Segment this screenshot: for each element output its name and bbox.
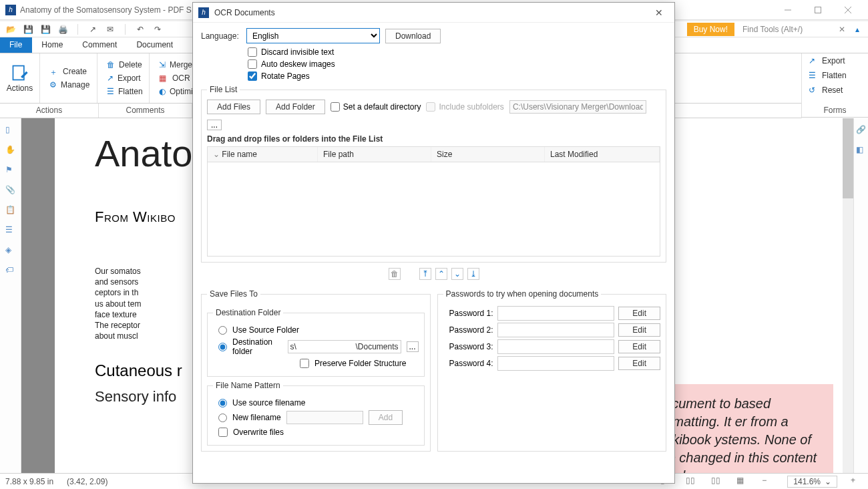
- ribbon-group-actions[interactable]: Actions: [0, 53, 40, 103]
- col-name-header[interactable]: File name: [222, 150, 257, 159]
- mail-icon[interactable]: ✉: [105, 24, 116, 35]
- tab-file[interactable]: File: [0, 37, 32, 53]
- dialog-close-button[interactable]: ✕: [649, 7, 669, 18]
- flag-icon[interactable]: ⚑: [5, 165, 16, 176]
- auto-deskew-checkbox[interactable]: [248, 59, 257, 69]
- zoom-level[interactable]: 141.6%⌄: [787, 476, 837, 488]
- find-tools-input[interactable]: Find Tools (Alt+/): [738, 23, 832, 35]
- find-tools-close-icon[interactable]: ✕: [836, 25, 848, 34]
- window-title: Anatomy of the Somatosensory System - PD…: [20, 5, 192, 15]
- pwd3-input[interactable]: [497, 339, 615, 354]
- ribbon-actions-label: Actions: [7, 84, 33, 93]
- sort-icon[interactable]: ⌄: [213, 150, 222, 159]
- view-facing-icon[interactable]: ▯▯: [711, 476, 723, 488]
- pwd1-edit-button[interactable]: Edit: [618, 307, 660, 320]
- tab-comment[interactable]: Comment: [73, 37, 127, 53]
- new-filename-label: New filename: [232, 413, 281, 422]
- browse-button[interactable]: ...: [207, 120, 222, 130]
- dest-folder-radio[interactable]: [218, 343, 227, 351]
- ribbon-export2-button[interactable]: ↗Export: [802, 53, 868, 68]
- move-up-button[interactable]: ⌃: [435, 268, 447, 280]
- delete-row-button[interactable]: 🗑: [389, 268, 401, 280]
- zoom-in-icon[interactable]: +: [851, 476, 863, 488]
- download-button[interactable]: Download: [385, 29, 441, 43]
- dest-browse-button[interactable]: ...: [407, 341, 419, 352]
- view-multi-icon[interactable]: ▦: [736, 476, 748, 488]
- ribbon-create-label: Create: [63, 67, 87, 76]
- send-icon[interactable]: ↗: [87, 24, 98, 35]
- pwd1-input[interactable]: [497, 306, 615, 321]
- tab-home[interactable]: Home: [32, 37, 73, 53]
- add-filename-button: Add: [369, 410, 403, 425]
- pwd4-edit-button[interactable]: Edit: [618, 357, 660, 370]
- add-folder-button[interactable]: Add Folder: [266, 100, 325, 114]
- save-icon[interactable]: 💾: [23, 24, 33, 35]
- maximize-button[interactable]: [803, 1, 833, 19]
- ribbon-ocr-button[interactable]: ▦OCR: [154, 72, 197, 84]
- move-top-button[interactable]: ⤒: [419, 268, 431, 280]
- pwd2-input[interactable]: [497, 323, 615, 337]
- col-size-header[interactable]: Size: [431, 147, 545, 162]
- ribbon-flatten-button[interactable]: ☰Flatten: [101, 86, 145, 98]
- pwd2-edit-button[interactable]: Edit: [618, 323, 660, 337]
- vertical-scrollbar[interactable]: [843, 118, 853, 473]
- buy-now-button[interactable]: Buy Now!: [687, 23, 734, 36]
- dialog-title: OCR Documents: [214, 8, 275, 17]
- ribbon-create-button[interactable]: ＋Create: [44, 65, 93, 77]
- new-filename-radio[interactable]: [218, 414, 227, 422]
- preserve-structure-checkbox[interactable]: [300, 359, 309, 368]
- pwd3-edit-button[interactable]: Edit: [618, 340, 660, 353]
- use-source-filename-radio[interactable]: [218, 399, 227, 408]
- discard-invisible-checkbox[interactable]: [248, 47, 257, 57]
- expand-icon[interactable]: ▴: [852, 24, 863, 35]
- page-icon[interactable]: ▯: [5, 125, 16, 136]
- file-list-table[interactable]: ⌄ File name File path Size Last Modified: [207, 146, 660, 257]
- gear-icon: ⚙: [49, 80, 57, 90]
- cube-icon[interactable]: ◧: [856, 145, 867, 156]
- tag-icon[interactable]: 🏷: [5, 265, 16, 276]
- col-path-header[interactable]: File path: [318, 147, 431, 162]
- language-select[interactable]: English: [246, 28, 380, 43]
- scrollbar-thumb[interactable]: [843, 118, 853, 198]
- ribbon-reset-button[interactable]: ↺Reset: [802, 83, 868, 98]
- rotate-pages-checkbox[interactable]: [248, 71, 257, 81]
- layers-icon[interactable]: ◈: [5, 245, 16, 256]
- destination-folder-fieldset: Destination Folder Use Source Folder Des…: [207, 308, 425, 377]
- saveall-icon[interactable]: 💾: [40, 24, 51, 35]
- rotate-pages-label: Rotate Pages: [261, 71, 310, 81]
- set-default-dir-checkbox[interactable]: [331, 102, 340, 112]
- redo-icon[interactable]: ↷: [152, 24, 163, 35]
- pwd1-label: Password 1:: [443, 309, 493, 318]
- undo-icon[interactable]: ↶: [135, 24, 146, 35]
- ribbon-delete-button[interactable]: 🗑Delete: [101, 59, 145, 71]
- attachment-icon[interactable]: 📎: [5, 185, 16, 196]
- ribbon-export-button[interactable]: ↗Export: [101, 72, 145, 84]
- pwd3-label: Password 3:: [443, 342, 493, 351]
- use-source-folder-radio[interactable]: [218, 326, 227, 335]
- ribbon-manage-button[interactable]: ⚙Manage: [44, 79, 93, 91]
- ribbon-label-comments: Comments: [99, 104, 192, 118]
- overwrite-checkbox[interactable]: [218, 428, 228, 437]
- hand-icon[interactable]: ✋: [5, 145, 16, 156]
- ribbon-merge-button[interactable]: ⇲Merge: [154, 59, 197, 71]
- clipboard-icon[interactable]: 📋: [5, 205, 16, 216]
- ribbon-flatten2-button[interactable]: ☰Flatten: [802, 68, 868, 83]
- print-icon[interactable]: 🖨️: [57, 24, 68, 35]
- close-button[interactable]: [833, 1, 863, 19]
- move-down-button[interactable]: ⌄: [451, 268, 463, 280]
- tab-document[interactable]: Document: [127, 37, 183, 53]
- add-files-button[interactable]: Add Files: [207, 100, 260, 114]
- overwrite-label: Overwrite files: [233, 428, 284, 437]
- minimize-button[interactable]: [773, 1, 803, 19]
- link-icon[interactable]: 🔗: [856, 125, 867, 136]
- trash-icon: 🗑: [107, 60, 115, 69]
- ribbon-optimize-button[interactable]: ◐Optimi: [154, 86, 197, 98]
- col-modified-header[interactable]: Last Modified: [545, 147, 660, 162]
- zoom-out-icon[interactable]: −: [762, 476, 774, 488]
- view-continuous-icon[interactable]: ▯▯: [686, 476, 698, 488]
- form-icon[interactable]: ☰: [5, 225, 16, 236]
- pwd4-input[interactable]: [497, 356, 615, 371]
- ribbon-optimize-label: Optimi: [170, 87, 193, 96]
- move-bottom-button[interactable]: ⤓: [467, 268, 479, 280]
- open-icon[interactable]: 📂: [5, 24, 16, 35]
